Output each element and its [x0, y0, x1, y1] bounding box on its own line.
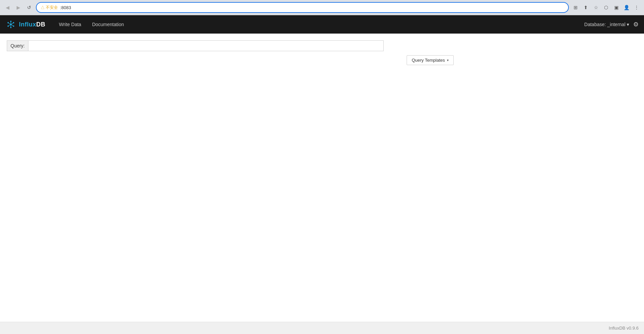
address-input[interactable] — [60, 5, 564, 10]
tab-icon-button[interactable]: ⊞ — [571, 3, 580, 12]
forward-button[interactable]: ▶ — [14, 3, 23, 12]
menu-button[interactable]: ⋮ — [632, 3, 641, 12]
address-bar[interactable]: △ 不安全 — [36, 2, 569, 13]
settings-button[interactable]: ⚙ — [633, 21, 639, 28]
bookmark-button[interactable]: ☆ — [591, 3, 601, 12]
database-label: Database: _internal — [584, 22, 625, 27]
main-content: Query: Query Templates ▾ — [0, 34, 644, 322]
reload-button[interactable]: ↺ — [24, 3, 34, 12]
top-nav: InfluxDB Write Data Documentation Databa… — [0, 15, 644, 34]
svg-point-1 — [10, 21, 12, 22]
query-label: Query: — [7, 40, 28, 51]
database-selector[interactable]: Database: _internal ▾ — [584, 22, 629, 27]
brand-logo[interactable]: InfluxDB — [5, 19, 45, 30]
svg-point-2 — [10, 27, 12, 28]
version-text: InfluxDB v0.9.6 — [609, 326, 639, 331]
nav-right: Database: _internal ▾ ⚙ — [584, 21, 639, 28]
influxdb-logo-icon — [5, 19, 16, 30]
browser-actions: ⊞ ⬆ ☆ ⬡ ▣ 👤 ⋮ — [571, 3, 641, 12]
write-data-link[interactable]: Write Data — [53, 15, 87, 34]
profile-button[interactable]: 👤 — [622, 3, 631, 12]
query-templates-button[interactable]: Query Templates ▾ — [407, 55, 454, 65]
query-row: Query: — [7, 40, 637, 51]
query-input[interactable] — [28, 40, 384, 51]
query-templates-dropdown-icon: ▾ — [447, 58, 449, 62]
brand-name: InfluxDB — [19, 21, 45, 28]
query-templates-row: Query Templates ▾ — [7, 55, 454, 65]
security-warning: △ 不安全 — [41, 5, 58, 11]
query-templates-label: Query Templates — [412, 58, 445, 63]
extensions-button[interactable]: ⬡ — [601, 3, 611, 12]
svg-line-12 — [9, 25, 10, 26]
brand-influx: Influx — [19, 21, 36, 28]
sidebar-toggle-button[interactable]: ▣ — [611, 3, 621, 12]
nav-links: Write Data Documentation — [53, 15, 129, 34]
documentation-link[interactable]: Documentation — [87, 15, 129, 34]
browser-toolbar: ◀ ▶ ↺ △ 不安全 ⊞ ⬆ ☆ ⬡ ▣ 👤 ⋮ — [0, 0, 644, 15]
brand-db: DB — [36, 21, 45, 28]
database-dropdown-icon: ▾ — [627, 22, 629, 27]
browser-chrome: ◀ ▶ ↺ △ 不安全 ⊞ ⬆ ☆ ⬡ ▣ 👤 ⋮ — [0, 0, 644, 15]
svg-line-9 — [9, 23, 10, 24]
svg-line-10 — [12, 25, 13, 26]
back-button[interactable]: ◀ — [3, 3, 12, 12]
app-wrapper: InfluxDB Write Data Documentation Databa… — [0, 15, 644, 334]
browser-nav-buttons: ◀ ▶ ↺ — [3, 3, 34, 12]
svg-line-11 — [12, 23, 13, 24]
footer: InfluxDB v0.9.6 — [0, 322, 644, 334]
svg-point-0 — [10, 24, 12, 25]
share-button[interactable]: ⬆ — [581, 3, 591, 12]
